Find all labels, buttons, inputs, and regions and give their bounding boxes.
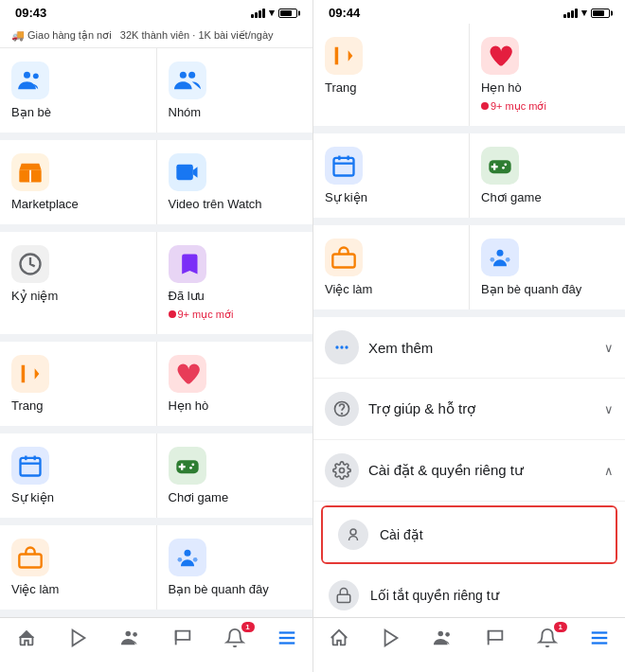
grid-item-ky-niem[interactable]: Kỷ niệm: [0, 232, 156, 334]
bell-tab-icon-l: [224, 628, 245, 653]
bell-badge-r: 1: [554, 622, 567, 632]
svg-point-62: [445, 632, 450, 637]
left-scroll: 🚚 Giao hàng tận nơi 32K thành viên · 1K …: [0, 24, 312, 617]
tab-bell-r[interactable]: 1: [527, 624, 567, 657]
grid-item-viec-lam-l[interactable]: Việc làm: [0, 525, 156, 610]
grid-item-bbqd-l[interactable]: Bạn bè quanh đây: [157, 525, 313, 610]
grid-item-trang-l[interactable]: Trang: [0, 342, 156, 426]
tab-home-l[interactable]: [7, 624, 46, 657]
trang-r-icon: [325, 37, 363, 75]
xem-them-row-r[interactable]: Xem thêm ∨: [313, 317, 625, 379]
svg-rect-36: [334, 158, 354, 176]
viec-lam-r-icon: [325, 239, 363, 276]
grid-mid2: Kỷ niệm Đã lưu 9+ mục mới: [0, 232, 312, 334]
flag-tab-icon-l: [172, 628, 193, 653]
home-tab-icon-l: [16, 628, 37, 653]
grid-item-da-luu[interactable]: Đã lưu 9+ mục mới: [157, 232, 313, 334]
tab-friends-r[interactable]: [423, 624, 463, 657]
xem-them-chevron-r: ∨: [604, 341, 614, 355]
choi-game-r-icon: [481, 147, 519, 185]
su-kien-r-icon: [325, 147, 363, 185]
svg-point-61: [438, 631, 444, 637]
tab-bell-l[interactable]: 1: [215, 624, 255, 657]
tab-video-r[interactable]: [371, 624, 411, 657]
svg-point-21: [192, 557, 197, 562]
tab-bar-left: 1: [0, 617, 312, 672]
da-luu-badge: 9+ mục mới: [169, 309, 234, 321]
status-icons-left: ▾: [251, 7, 297, 19]
ky-niem-icon: [11, 245, 49, 283]
tab-video-l[interactable]: [59, 624, 98, 657]
grid-item-su-kien-r[interactable]: Sự kiện: [313, 133, 469, 218]
video-label: Video trên Watch: [169, 197, 262, 211]
tab-flag-r[interactable]: [475, 624, 515, 657]
video-tab-icon-l: [68, 628, 89, 653]
hen-ho-r-label: Hẹn hò: [481, 80, 522, 95]
ky-niem-label: Kỷ niệm: [11, 289, 58, 303]
grid-item-video[interactable]: Video trên Watch: [157, 140, 313, 224]
grid-item-marketplace[interactable]: Marketplace: [0, 140, 156, 224]
trang-l-label: Trang: [11, 398, 43, 413]
grid-r-top2: Sự kiện Chơi game: [313, 133, 625, 218]
choi-game-l-icon: [169, 447, 206, 485]
tab-flag-l[interactable]: [163, 624, 203, 657]
hen-ho-badge-r: 9+ mục mới: [481, 100, 546, 113]
svg-point-20: [177, 557, 182, 562]
grid-item-hen-ho-l[interactable]: Hẹn hò: [157, 342, 313, 426]
svg-point-46: [497, 250, 504, 256]
cai-dat-icon-r: [325, 453, 359, 487]
svg-point-55: [350, 529, 356, 535]
svg-point-53: [342, 414, 343, 415]
promo-banner: 🚚 Giao hàng tận nơi 32K thành viên · 1K …: [0, 24, 312, 48]
grid-item-choi-game-r[interactable]: Chơi game: [470, 133, 625, 218]
section-rows-right: Xem thêm ∨ Trợ giúp & hỗ trợ ∨ Cài đặt &…: [313, 317, 625, 617]
status-icons-right: ▾: [563, 7, 610, 19]
wifi-icon-r: ▾: [581, 7, 587, 19]
tab-menu-r[interactable]: [580, 624, 619, 657]
tab-menu-l[interactable]: [267, 624, 307, 657]
flag-tab-icon-r: [485, 628, 506, 653]
svg-point-43: [504, 163, 507, 166]
time-right: 09:44: [329, 6, 360, 20]
promo-stats: 32K thành viên · 1K bài viết/ngày: [120, 29, 274, 41]
video-tab-icon-r: [381, 628, 402, 653]
da-luu-label: Đã lưu: [169, 289, 205, 303]
bbqd-r-label: Bạn bè quanh đây: [481, 282, 581, 296]
marketplace-label: Marketplace: [11, 197, 79, 211]
xem-them-label-r: Xem thêm: [368, 340, 595, 356]
tro-giup-label-r: Trợ giúp & hỗ trợ: [368, 400, 595, 417]
da-luu-label-row: Đã lưu: [169, 289, 205, 303]
svg-point-19: [184, 550, 190, 557]
grid-item-bbqd-r[interactable]: Bạn bè quanh đây: [470, 225, 625, 309]
tro-giup-icon-r: [325, 392, 359, 426]
grid-mid4: Sự kiện Chơi game: [0, 433, 312, 518]
grid-item-hen-ho-r[interactable]: Hẹn hò 9+ mục mới: [470, 24, 625, 126]
cai-dat-row-r[interactable]: Cài đặt & quyền riêng tư ∧: [313, 440, 625, 502]
choi-game-r-label: Chơi game: [481, 190, 542, 204]
grid-item-trang-r[interactable]: Trang: [313, 24, 469, 126]
grid-item-su-kien-l[interactable]: Sự kiện: [0, 433, 156, 518]
svg-rect-18: [19, 555, 41, 568]
bbqd-l-label: Bạn bè quanh đây: [169, 582, 269, 596]
wifi-icon: ▾: [269, 7, 275, 19]
grid-item-nhom[interactable]: Nhóm: [157, 48, 313, 133]
xem-them-icon-r: [325, 330, 359, 364]
grid-mid3: Trang Hẹn hò: [0, 342, 312, 426]
sub-cai-dat[interactable]: Cài đặt: [323, 507, 616, 562]
left-phone: 09:43 ▾ 🚚 Giao hàng tận nơi 32K thành vi…: [0, 0, 312, 672]
grid-item-viec-lam-r[interactable]: Việc làm: [313, 225, 469, 309]
tab-friends-l[interactable]: [111, 624, 151, 657]
menu-tab-icon-r: [589, 628, 610, 653]
svg-point-30: [125, 631, 131, 637]
su-kien-l-label: Sự kiện: [11, 490, 54, 504]
grid-mid1: Marketplace Video trên Watch: [0, 140, 312, 224]
sub-loi-tat[interactable]: Lối tắt quyền riêng tư: [313, 568, 625, 617]
nhom-label: Nhóm: [169, 105, 202, 119]
su-kien-l-icon: [11, 447, 49, 485]
grid-item-ban-be[interactable]: Bạn bè: [0, 48, 156, 133]
tab-home-r[interactable]: [319, 624, 359, 657]
grid-item-choi-game-l[interactable]: Chơi game: [157, 433, 313, 518]
tro-giup-row-r[interactable]: Trợ giúp & hỗ trợ ∨: [313, 379, 625, 440]
signal-icon: [251, 9, 265, 18]
bell-tab-icon-r: [537, 628, 558, 653]
